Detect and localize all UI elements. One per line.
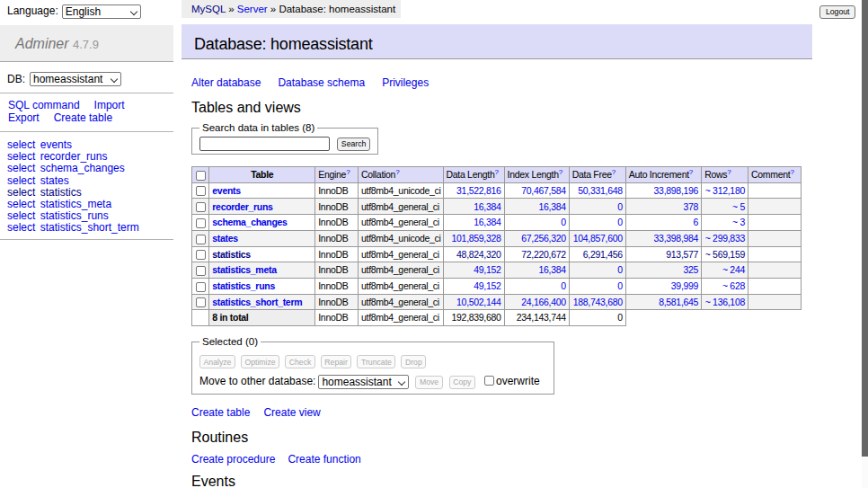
rows-link[interactable]: ~ 136,108 [705,297,745,307]
create-table-link[interactable]: Create table [191,406,250,419]
index-length-link[interactable]: 72,220,672 [521,249,566,260]
breadcrumb-link-mysql[interactable]: MySQL [191,4,226,14]
table-link-states[interactable]: states [212,233,238,244]
copy-button[interactable]: Copy [449,376,475,389]
data-free-link[interactable]: 0 [617,264,623,275]
sidebar-select-link[interactable]: select [7,221,35,234]
database-schema-link[interactable]: Database schema [278,76,365,89]
sidebar-select-link[interactable]: select [7,198,35,210]
auto-increment-link[interactable]: 33,898,196 [654,185,699,196]
db-select[interactable]: homeassistant [30,72,121,86]
alter-database-link[interactable]: Alter database [191,76,261,89]
row-checkbox[interactable] [196,250,206,260]
search-input[interactable] [199,137,330,151]
data-free-link[interactable]: 0 [617,217,623,227]
sidebar-link-import[interactable]: Import [94,99,125,111]
logout-button[interactable]: Logout [819,5,855,19]
truncate-button[interactable]: Truncate [357,355,395,368]
create-view-link[interactable]: Create view [263,406,320,419]
rows-link[interactable]: ~ 3 [732,217,745,227]
table-link-events[interactable]: events [212,185,240,196]
repair-button[interactable]: Repair [321,355,352,368]
help-link[interactable]: ? [346,168,350,176]
rows-link[interactable]: ~ 299,833 [705,233,745,244]
row-checkbox[interactable] [196,266,206,276]
sidebar-select-link[interactable]: select [7,138,35,151]
data-free-link[interactable]: 50,331,648 [578,185,623,196]
sidebar-table-link-events[interactable]: events [40,138,72,151]
index-length-link[interactable]: 70,467,584 [521,185,566,196]
auto-increment-link[interactable]: 39,999 [671,280,698,291]
search-button[interactable]: Search [337,138,370,151]
sidebar-table-link-statistics-meta[interactable]: statistics_meta [40,198,111,210]
sidebar-select-link[interactable]: select [7,162,35,174]
data-length-link[interactable]: 49,152 [474,280,500,291]
rows-link[interactable]: ~ 5 [732,201,745,212]
help-link[interactable]: ? [612,168,616,176]
data-length-link[interactable]: 31,522,816 [456,185,501,196]
index-length-link[interactable]: 16,384 [538,264,565,275]
overwrite-checkbox[interactable] [484,376,494,386]
auto-increment-link[interactable]: 6 [694,217,699,227]
sidebar-table-link-statistics[interactable]: statistics [40,186,82,199]
index-length-link[interactable]: 0 [561,217,566,227]
sidebar-table-link-recorder-runs[interactable]: recorder_runs [40,150,108,163]
auto-increment-link[interactable]: 33,398,984 [654,233,699,244]
auto-increment-link[interactable]: 378 [684,201,699,212]
select-all-checkbox[interactable] [196,171,206,181]
data-length-link[interactable]: 10,502,144 [456,297,501,307]
data-free-link[interactable]: 0 [617,201,623,212]
data-length-link[interactable]: 16,384 [474,217,500,227]
sidebar-table-link-statistics-runs[interactable]: statistics_runs [40,209,109,222]
index-length-link[interactable]: 0 [561,280,566,291]
rows-link[interactable]: ~ 244 [722,264,745,275]
sidebar-table-link-statistics-short-term[interactable]: statistics_short_term [40,221,139,234]
row-checkbox[interactable] [196,235,206,244]
index-length-link[interactable]: 24,166,400 [521,297,566,307]
table-link-schema-changes[interactable]: schema_changes [212,217,287,227]
sidebar-table-link-schema-changes[interactable]: schema_changes [40,162,125,174]
data-free-link[interactable]: 104,857,600 [573,233,623,244]
sidebar-select-link[interactable]: select [7,150,35,163]
sidebar-link-sql-command[interactable]: SQL command [8,99,80,111]
index-length-link[interactable]: 67,256,320 [521,233,566,244]
row-checkbox[interactable] [196,202,206,212]
sidebar-select-link[interactable]: select [7,209,35,222]
table-link-statistics[interactable]: statistics [212,249,251,260]
auto-increment-link[interactable]: 913,577 [666,249,698,260]
auto-increment-link[interactable]: 325 [684,264,699,275]
help-link[interactable]: ? [689,168,693,176]
move-database-select[interactable]: homeassistant [318,375,409,389]
row-checkbox[interactable] [196,186,206,196]
help-link[interactable]: ? [727,168,731,176]
data-length-link[interactable]: 48,824,320 [456,249,501,260]
row-checkbox[interactable] [196,282,206,292]
data-free-link[interactable]: 188,743,680 [573,297,623,307]
help-link[interactable]: ? [395,168,399,176]
table-link-statistics-short-term[interactable]: statistics_short_term [212,297,302,307]
drop-button[interactable]: Drop [401,355,426,368]
index-length-link[interactable]: 16,384 [538,201,565,212]
data-free-link[interactable]: 0 [617,280,623,291]
data-length-link[interactable]: 16,384 [474,201,500,212]
privileges-link[interactable]: Privileges [382,76,429,89]
table-link-statistics-runs[interactable]: statistics_runs [212,280,275,291]
create-function-link[interactable]: Create function [288,453,360,466]
row-checkbox[interactable] [196,297,206,307]
table-link-statistics-meta[interactable]: statistics_meta [212,264,276,275]
sidebar-link-export[interactable]: Export [8,111,40,124]
language-select[interactable]: English [62,4,141,19]
auto-increment-link[interactable]: 8,581,645 [659,297,698,307]
table-link-recorder-runs[interactable]: recorder_runs [212,201,272,212]
help-link[interactable]: ? [494,168,498,176]
rows-link[interactable]: ~ 569,159 [705,249,745,260]
sidebar-select-link[interactable]: select [7,186,35,199]
optimize-button[interactable]: Optimize [241,355,279,368]
app-title[interactable]: Adminer [15,36,69,51]
check-button[interactable]: Check [285,355,315,368]
help-link[interactable]: ? [790,168,793,176]
create-procedure-link[interactable]: Create procedure [191,453,275,466]
sidebar-table-link-states[interactable]: states [40,174,69,187]
sidebar-select-link[interactable]: select [7,174,35,187]
data-length-link[interactable]: 49,152 [474,264,500,275]
